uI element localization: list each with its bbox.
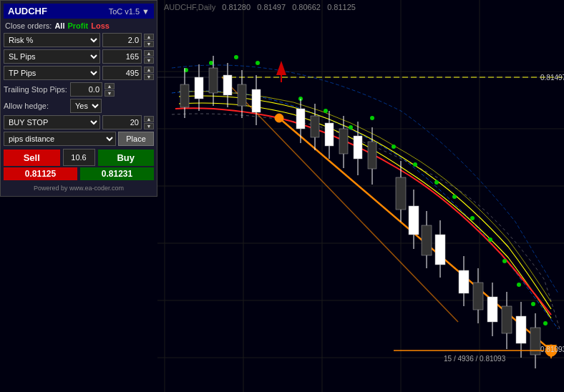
svg-point-30 (488, 237, 492, 242)
trailing-stop-label: Trailing Stop Pips: (4, 85, 68, 94)
sl-pips-select[interactable]: SL Pips (4, 49, 100, 64)
risk-down-button[interactable]: ▼ (144, 41, 154, 47)
svg-rect-56 (354, 136, 362, 159)
risk-row: Risk % ▲ ▼ (4, 33, 154, 47)
svg-rect-60 (396, 177, 406, 210)
price-display-row: 0.81125 0.81231 (4, 167, 154, 180)
footer-text: Powered by www.ea-coder.com (34, 185, 124, 192)
control-panel: AUDCHF ToC v1.5 ▼ Close orders: All Prof… (0, 0, 157, 197)
order-type-row: BUY STOP SELL STOP BUY LIMIT SELL LIMIT … (4, 115, 154, 129)
place-button[interactable]: Place (118, 132, 154, 146)
svg-point-31 (502, 259, 507, 263)
svg-point-24 (370, 116, 374, 120)
sl-pips-spinner: ▲ ▼ (144, 50, 154, 64)
svg-rect-66 (435, 235, 445, 265)
svg-rect-72 (487, 297, 497, 322)
trade-buttons-row: Sell Buy (4, 149, 154, 166)
chart-title-bar: AUDCHF,Daily 0.81280 0.81497 0.80662 0.8… (161, 1, 359, 13)
svg-rect-64 (422, 225, 432, 255)
svg-point-34 (543, 321, 548, 325)
svg-point-27 (434, 180, 439, 185)
svg-point-20 (256, 61, 260, 65)
svg-point-22 (324, 109, 328, 113)
svg-rect-76 (516, 316, 526, 343)
svg-point-23 (349, 125, 353, 129)
svg-rect-46 (252, 89, 261, 112)
version-text: ToC v1.5 (109, 7, 140, 16)
allow-hedge-row: Allow hedge: Yes No (4, 99, 154, 113)
tp-pips-input[interactable] (102, 66, 142, 80)
panel-footer: Powered by www.ea-coder.com (4, 183, 154, 193)
chart-open: 0.81280 (222, 3, 251, 11)
svg-point-18 (209, 61, 213, 65)
risk-input[interactable] (102, 33, 142, 47)
trailing-stop-spinner: ▲ ▼ (104, 83, 115, 97)
sl-pips-row: SL Pips ▲ ▼ (4, 49, 154, 64)
svg-point-28 (452, 195, 457, 199)
close-loss-button[interactable]: Loss (91, 21, 110, 30)
lot-down-button[interactable]: ▼ (144, 123, 154, 129)
sell-price-input[interactable] (63, 149, 95, 166)
svg-rect-40 (209, 68, 218, 93)
tp-pips-spinner: ▲ ▼ (144, 67, 154, 80)
chart-timeframe: Daily (198, 3, 215, 11)
pips-distance-row: pips distance Place (4, 132, 154, 146)
svg-text:0.81497: 0.81497 (540, 74, 564, 82)
trailing-stop-row: Trailing Stop Pips: ▲ ▼ (4, 82, 154, 97)
svg-point-32 (517, 283, 521, 287)
close-orders-row: Close orders: All Profit Loss (4, 21, 154, 30)
version-dropdown-icon[interactable]: ▼ (142, 7, 150, 16)
svg-rect-44 (238, 84, 246, 106)
close-orders-label: Close orders: (5, 21, 52, 30)
sl-pips-up-button[interactable]: ▲ (144, 50, 154, 57)
close-profit-button[interactable]: Profit (67, 21, 88, 30)
sell-price-display: 0.81125 (4, 167, 77, 180)
svg-rect-42 (223, 75, 232, 95)
tp-pips-down-button[interactable]: ▼ (144, 74, 154, 80)
svg-point-29 (470, 216, 475, 220)
risk-up-button[interactable]: ▲ (144, 34, 154, 40)
svg-rect-74 (502, 306, 512, 333)
svg-rect-54 (339, 129, 348, 154)
chart-close: 0.81125 (327, 3, 356, 11)
svg-rect-50 (311, 116, 319, 137)
close-all-button[interactable]: All (54, 21, 64, 30)
svg-point-13 (275, 114, 283, 122)
trailing-stop-input[interactable] (70, 82, 102, 97)
sell-button[interactable]: Sell (4, 150, 60, 166)
tp-pips-select[interactable]: TP Pips (4, 66, 100, 80)
svg-text:0.81093: 0.81093 (540, 346, 564, 353)
svg-rect-70 (473, 283, 483, 310)
lot-input[interactable] (102, 115, 142, 129)
svg-point-26 (413, 162, 417, 167)
svg-point-25 (392, 144, 396, 149)
pips-distance-select[interactable]: pips distance (4, 132, 116, 146)
chart-high: 0.81497 (257, 3, 286, 11)
svg-rect-48 (296, 109, 305, 129)
svg-rect-68 (459, 270, 469, 293)
risk-select[interactable]: Risk % (4, 33, 100, 47)
svg-text:15 / 4936 / 0.81093: 15 / 4936 / 0.81093 (444, 355, 506, 363)
buy-button[interactable]: Buy (98, 150, 155, 166)
lot-spinner: ▲ ▼ (144, 116, 154, 129)
trailing-stop-down-button[interactable]: ▼ (104, 90, 115, 97)
sl-pips-down-button[interactable]: ▼ (144, 57, 154, 64)
trailing-stop-up-button[interactable]: ▲ (104, 83, 115, 89)
svg-rect-38 (195, 77, 203, 99)
sl-pips-input[interactable] (102, 49, 142, 64)
buy-price-display: 0.81231 (80, 167, 154, 180)
svg-point-19 (234, 55, 238, 59)
lot-up-button[interactable]: ▲ (144, 116, 154, 122)
svg-point-33 (531, 302, 535, 306)
risk-spinner: ▲ ▼ (144, 34, 154, 47)
svg-rect-52 (325, 123, 334, 146)
svg-rect-62 (409, 206, 419, 235)
tp-pips-up-button[interactable]: ▲ (144, 67, 154, 73)
allow-hedge-select[interactable]: Yes No (70, 99, 102, 113)
svg-rect-36 (180, 84, 189, 107)
tp-pips-row: TP Pips ▲ ▼ (4, 66, 154, 80)
panel-symbol: AUDCHF (8, 6, 47, 16)
panel-header: AUDCHF ToC v1.5 ▼ (4, 4, 154, 19)
order-type-select[interactable]: BUY STOP SELL STOP BUY LIMIT SELL LIMIT (4, 115, 100, 129)
chart-low: 0.80662 (292, 3, 321, 11)
